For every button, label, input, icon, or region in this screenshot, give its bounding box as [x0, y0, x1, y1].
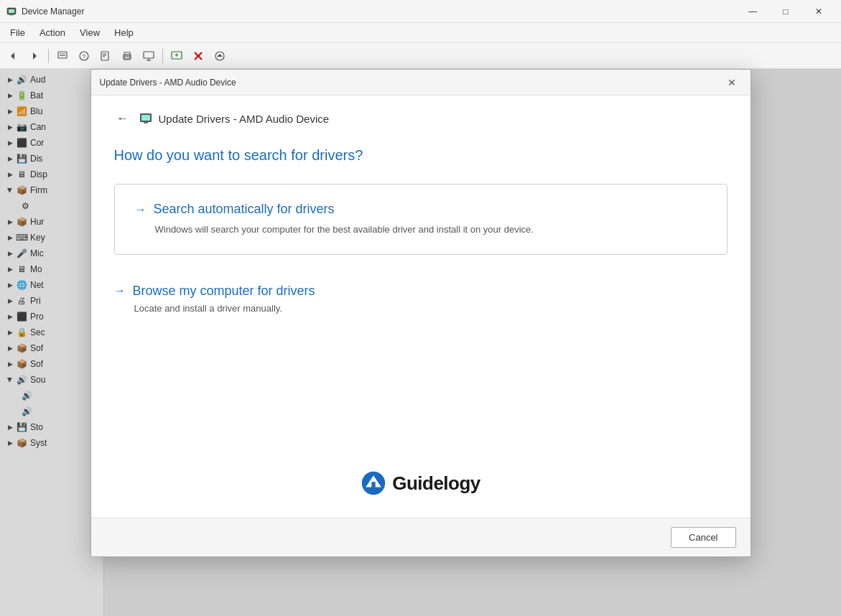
app-icon — [6, 6, 17, 17]
svg-rect-27 — [141, 115, 150, 121]
properties-button[interactable] — [52, 46, 73, 66]
option1-title: Search automatically for drivers — [154, 202, 335, 217]
back-button[interactable] — [3, 46, 23, 66]
add-button[interactable]: + — [167, 46, 187, 66]
minimize-button[interactable]: — — [736, 0, 769, 23]
svg-marker-3 — [11, 52, 14, 60]
option2-title: Browse my computer for drivers — [133, 284, 315, 299]
option2-description: Locate and install a driver manually. — [134, 303, 728, 314]
cancel-button[interactable]: Cancel — [671, 527, 735, 548]
print-button[interactable] — [117, 46, 137, 66]
dialog-question: How do you want to search for drivers? — [114, 147, 728, 164]
close-button[interactable]: ✕ — [802, 0, 835, 23]
svg-rect-5 — [58, 52, 67, 58]
remove-button[interactable] — [188, 46, 208, 66]
title-bar: Device Manager — □ ✕ — [0, 0, 841, 23]
svg-rect-2 — [9, 14, 14, 16]
dialog-body: ← Update Drivers - AMD Audio Device How … — [91, 95, 751, 518]
forward-button[interactable] — [24, 46, 45, 66]
option1-description: Windows will search your computer for th… — [155, 223, 707, 237]
svg-rect-1 — [9, 9, 14, 13]
dialog-header-icon — [139, 111, 153, 126]
svg-rect-28 — [144, 122, 148, 123]
dialog-title: Update Drivers - AMD Audio Device — [100, 78, 722, 88]
browse-computer-option[interactable]: → Browse my computer for drivers Locate … — [114, 275, 728, 322]
maximize-button[interactable]: □ — [769, 0, 802, 23]
svg-rect-31 — [371, 482, 375, 488]
option1-arrow-icon: → — [135, 203, 147, 216]
dialog-overlay: Update Drivers - AMD Audio Device ✕ ← — [0, 69, 841, 616]
main-area: ▶ 🔊 Aud ▶ 🔋 Bat ▶ 📶 Blu ▶ 📷 Can ▶ ⬛ Cor … — [0, 69, 841, 616]
svg-marker-25 — [217, 54, 223, 57]
dialog-footer: Cancel — [91, 518, 751, 556]
dialog-titlebar: Update Drivers - AMD Audio Device ✕ — [91, 70, 751, 95]
window-title: Device Manager — [22, 6, 736, 17]
menu-help[interactable]: Help — [107, 24, 141, 41]
driver-details-button[interactable] — [96, 46, 116, 66]
menu-view[interactable]: View — [73, 24, 107, 41]
menu-bar: File Action View Help — [0, 23, 841, 43]
menu-action[interactable]: Action — [32, 24, 73, 41]
toolbar-separator-2 — [162, 49, 163, 63]
toolbar-separator-1 — [48, 49, 49, 63]
guidelogy-icon — [361, 470, 386, 496]
computer-button[interactable] — [139, 46, 159, 66]
search-automatically-option[interactable]: → Search automatically for drivers Windo… — [114, 184, 728, 255]
dialog-close-button[interactable]: ✕ — [722, 73, 742, 93]
dialog-back-button[interactable]: ← — [114, 110, 131, 127]
window-controls: — □ ✕ — [736, 0, 835, 23]
option1-title-row: → Search automatically for drivers — [135, 202, 707, 217]
option2-arrow-icon: → — [114, 284, 126, 297]
svg-marker-4 — [33, 52, 37, 60]
toolbar: ? + — [0, 43, 841, 69]
help-button[interactable]: ? — [74, 46, 94, 66]
svg-text:+: + — [175, 52, 178, 59]
guidelogy-brand: Guidelogy — [392, 472, 480, 495]
svg-text:?: ? — [82, 53, 85, 60]
update-button[interactable] — [210, 46, 230, 66]
svg-rect-17 — [144, 52, 154, 58]
update-drivers-dialog: Update Drivers - AMD Audio Device ✕ ← — [90, 69, 751, 557]
watermark: Guidelogy — [114, 456, 728, 503]
menu-file[interactable]: File — [3, 24, 32, 41]
dialog-header-row: ← Update Drivers - AMD Audio Device — [114, 110, 728, 127]
svg-rect-10 — [101, 52, 108, 60]
option2-title-row: → Browse my computer for drivers — [114, 284, 728, 299]
dialog-header-title: Update Drivers - AMD Audio Device — [159, 113, 330, 125]
